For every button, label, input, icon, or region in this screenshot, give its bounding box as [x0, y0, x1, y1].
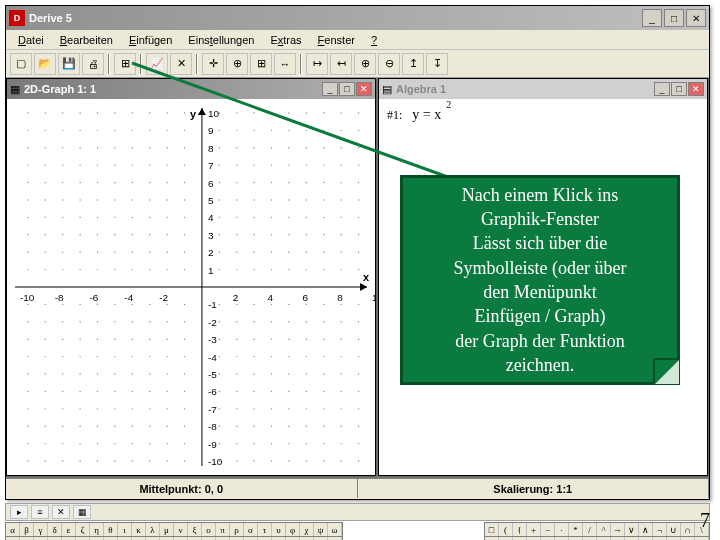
svg-point-203	[219, 408, 220, 409]
graph-canvas[interactable]: x y -10-8-6-4-2246810 -10-9-8-7-6-5-4-3-…	[7, 99, 375, 475]
symbol-ε[interactable]: ε	[62, 523, 76, 536]
symbol-υ[interactable]: υ	[272, 523, 286, 536]
symbol-∧[interactable]: ∧	[639, 523, 653, 536]
symbol-μ[interactable]: μ	[160, 523, 174, 536]
symbol-ι[interactable]: ι	[118, 523, 132, 536]
svg-point-165	[166, 373, 167, 374]
window-button[interactable]: ⊞	[114, 53, 136, 75]
symbol-χ[interactable]: χ	[300, 523, 314, 536]
zoom-out-x-button[interactable]: ↤	[330, 53, 352, 75]
symbol-·[interactable]: ·	[555, 523, 569, 536]
svg-point-337	[323, 147, 324, 148]
symbol-+[interactable]: +	[527, 523, 541, 536]
svg-point-359	[340, 112, 341, 113]
symbol-([interactable]: (	[499, 523, 513, 536]
input-btn-1[interactable]: ▸	[10, 505, 28, 519]
plot-button[interactable]: 📈	[146, 53, 168, 75]
save-button[interactable]: 💾	[58, 53, 80, 75]
symbol-∪[interactable]: ∪	[667, 523, 681, 536]
trace-button[interactable]: ✛	[202, 53, 224, 75]
minimize-button[interactable]: _	[642, 9, 662, 27]
svg-point-290	[288, 269, 289, 270]
input-btn-3[interactable]: ✕	[52, 505, 70, 519]
algebra-close-button[interactable]: ✕	[688, 82, 704, 96]
algebra-titlebar[interactable]: ▤ Algebra 1 _ □ ✕	[379, 79, 707, 99]
symbol-θ[interactable]: θ	[104, 523, 118, 536]
menu-datei[interactable]: Datei	[10, 32, 52, 48]
expression-row[interactable]: #1: y = x2	[387, 107, 699, 123]
center-cross-button[interactable]: ⊞	[250, 53, 272, 75]
svg-point-211	[219, 251, 220, 252]
zoom-out-button[interactable]: ⊖	[378, 53, 400, 75]
symbol-→[interactable]: →	[611, 523, 625, 536]
menu-help[interactable]: ?	[363, 32, 385, 48]
symbol-□[interactable]: □	[485, 523, 499, 536]
open-button[interactable]: 📂	[34, 53, 56, 75]
svg-point-95	[97, 182, 98, 183]
center-origin-button[interactable]: ⊕	[226, 53, 248, 75]
algebra-minimize-button[interactable]: _	[654, 82, 670, 96]
new-button[interactable]: ▢	[10, 53, 32, 75]
maximize-button[interactable]: □	[664, 9, 684, 27]
close-button[interactable]: ✕	[686, 9, 706, 27]
svg-point-121	[132, 443, 133, 444]
symbol-ρ[interactable]: ρ	[230, 523, 244, 536]
symbol-∩[interactable]: ∩	[681, 523, 695, 536]
symbol-ο[interactable]: ο	[202, 523, 216, 536]
svg-point-183	[184, 408, 185, 409]
algebra-maximize-button[interactable]: □	[671, 82, 687, 96]
menu-einfuegen[interactable]: Einfügen	[121, 32, 180, 48]
svg-point-67	[79, 339, 80, 340]
symbol-λ[interactable]: λ	[146, 523, 160, 536]
symbol-{[interactable]: {	[513, 523, 527, 536]
svg-point-1	[27, 443, 28, 444]
symbol-¬[interactable]: ¬	[653, 523, 667, 536]
zoom-in-button[interactable]: ⊕	[354, 53, 376, 75]
menu-einstellungen[interactable]: Einstellungen	[180, 32, 262, 48]
input-btn-2[interactable]: ≡	[31, 505, 49, 519]
svg-point-368	[358, 321, 359, 322]
symbol-α[interactable]: α	[6, 523, 20, 536]
graph-maximize-button[interactable]: □	[339, 82, 355, 96]
menu-extras[interactable]: Extras	[262, 32, 309, 48]
symbol-γ[interactable]: γ	[34, 523, 48, 536]
symbol-^[interactable]: ^	[597, 523, 611, 536]
symbol-∨[interactable]: ∨	[625, 523, 639, 536]
zoom-out-y-button[interactable]: ↧	[426, 53, 448, 75]
svg-point-90	[97, 269, 98, 270]
graph-titlebar[interactable]: ▦ 2D-Graph 1: 1 _ □ ✕	[7, 79, 375, 99]
symbol-ψ[interactable]: ψ	[314, 523, 328, 536]
svg-point-93	[97, 217, 98, 218]
symbol-−[interactable]: −	[541, 523, 555, 536]
symbol-*[interactable]: *	[569, 523, 583, 536]
zoom-in-y-button[interactable]: ↥	[402, 53, 424, 75]
svg-point-29	[45, 304, 46, 305]
svg-point-78	[79, 130, 80, 131]
symbol-ζ[interactable]: ζ	[76, 523, 90, 536]
set-range-button[interactable]: ↔	[274, 53, 296, 75]
symbol-δ[interactable]: δ	[48, 523, 62, 536]
symbol-ω[interactable]: ω	[328, 523, 342, 536]
input-btn-4[interactable]: ▦	[73, 505, 91, 519]
menu-bearbeiten[interactable]: Bearbeiten	[52, 32, 121, 48]
symbol-β[interactable]: β	[20, 523, 34, 536]
menu-fenster[interactable]: Fenster	[310, 32, 363, 48]
graph-close-button[interactable]: ✕	[356, 82, 372, 96]
svg-point-119	[114, 112, 115, 113]
zoom-in-x-button[interactable]: ↦	[306, 53, 328, 75]
symbol-τ[interactable]: τ	[258, 523, 272, 536]
svg-point-36	[45, 164, 46, 165]
symbol-/[interactable]: /	[583, 523, 597, 536]
symbol-η[interactable]: η	[90, 523, 104, 536]
delete-button[interactable]: ✕	[170, 53, 192, 75]
symbol-φ[interactable]: φ	[286, 523, 300, 536]
symbol-σ[interactable]: σ	[244, 523, 258, 536]
symbol-κ[interactable]: κ	[132, 523, 146, 536]
symbol-ν[interactable]: ν	[174, 523, 188, 536]
operators-palette-1: □({+−·*/^→∨∧¬∪∩\	[484, 522, 710, 537]
print-button[interactable]: 🖨	[82, 53, 104, 75]
symbol-ξ[interactable]: ξ	[188, 523, 202, 536]
symbol-π[interactable]: π	[216, 523, 230, 536]
graph-minimize-button[interactable]: _	[322, 82, 338, 96]
svg-point-23	[45, 408, 46, 409]
